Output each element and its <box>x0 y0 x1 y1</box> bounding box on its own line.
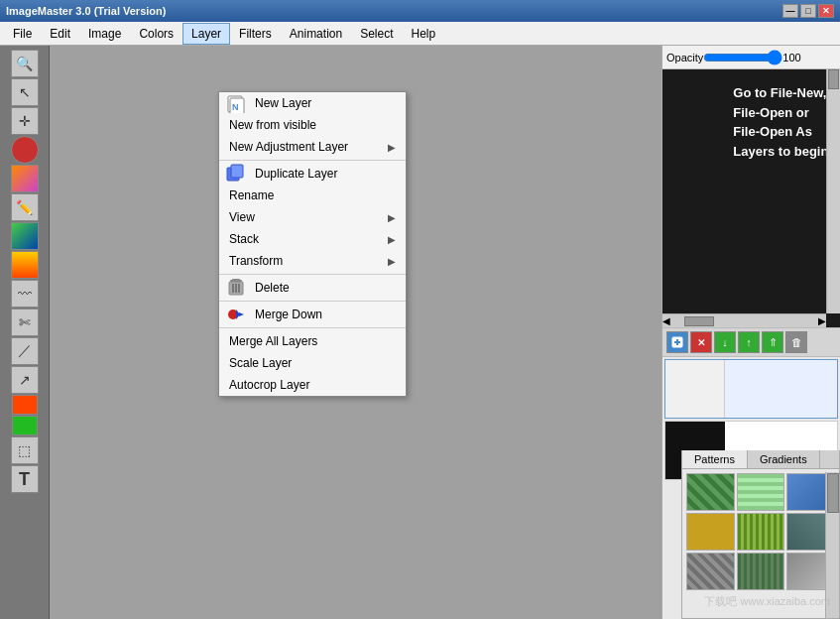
adjustment-layer-arrow: ▶ <box>388 142 396 153</box>
minimize-button[interactable]: — <box>782 4 798 18</box>
merge-up-button[interactable]: ↑ <box>738 331 760 353</box>
image-preview: Go to File-New,File-Open orFile-Open AsL… <box>662 69 840 327</box>
menu-item-transform[interactable]: Transform ▶ <box>219 250 406 272</box>
tool-gradient[interactable] <box>11 222 39 250</box>
preview-horizontal-scrollbar[interactable]: ◀ ▶ <box>662 313 826 327</box>
menu-item-view[interactable]: View ▶ <box>219 206 406 228</box>
autocrop-layer-label: Autocrop Layer <box>229 378 309 392</box>
pattern-4[interactable] <box>686 513 735 551</box>
opacity-bar: Opacity 100 <box>662 46 840 69</box>
menu-item-merge-down[interactable]: Merge Down <box>219 304 406 325</box>
title-bar-controls: — □ ✕ <box>782 4 834 18</box>
svg-text:N: N <box>232 102 239 112</box>
tool-move[interactable]: ✛ <box>11 107 39 135</box>
tool-heal[interactable]: ✄ <box>11 309 39 336</box>
maximize-button[interactable]: □ <box>800 4 816 18</box>
patterns-scrollbar-thumb[interactable] <box>827 473 839 513</box>
tab-gradients[interactable]: Gradients <box>748 450 820 468</box>
trash-button[interactable]: 🗑 <box>785 331 807 353</box>
menu-layer[interactable]: Layer <box>182 23 230 45</box>
right-panel: Opacity 100 Go to File-New,File-Open orF… <box>661 46 840 619</box>
view-label: View <box>229 210 255 224</box>
view-arrow: ▶ <box>388 212 396 223</box>
menu-item-autocrop-layer[interactable]: Autocrop Layer <box>219 374 406 396</box>
pattern-8[interactable] <box>737 553 785 590</box>
duplicate-layer-icon <box>225 163 247 185</box>
menu-file[interactable]: File <box>4 23 41 45</box>
separator-4 <box>219 327 406 328</box>
menu-edit[interactable]: Edit <box>41 23 79 45</box>
tool-text[interactable]: T <box>11 465 39 493</box>
menu-bar: File Edit Image Colors Layer Filters Ani… <box>0 22 840 46</box>
menu-select[interactable]: Select <box>351 23 402 45</box>
transform-label: Transform <box>229 254 283 268</box>
menu-colors[interactable]: Colors <box>130 23 182 45</box>
menu-item-scale-layer[interactable]: Scale Layer <box>219 352 406 374</box>
menu-item-duplicate-layer[interactable]: Duplicate Layer <box>219 163 406 185</box>
menu-item-new-adjustment-layer[interactable]: New Adjustment Layer ▶ <box>219 136 406 158</box>
add-layer-button[interactable] <box>666 331 688 353</box>
menu-item-merge-all-layers[interactable]: Merge All Layers <box>219 330 406 352</box>
main-layout: 🔍 ↖ ✛ ✏️ 〰 ✄ ／ ↗ ⬚ T N <box>0 46 840 619</box>
patterns-tabs: Patterns Gradients <box>682 450 839 469</box>
merge-down-button[interactable]: ↓ <box>714 331 736 353</box>
pattern-1[interactable] <box>686 473 735 511</box>
new-adjustment-layer-label: New Adjustment Layer <box>229 140 348 154</box>
opacity-slider[interactable] <box>703 50 782 65</box>
pattern-7[interactable] <box>686 553 735 590</box>
watermark: 下载吧 www.xiazaiba.com <box>704 594 830 609</box>
delete-label: Delete <box>255 281 290 295</box>
tool-fg-color[interactable] <box>12 395 38 415</box>
hscroll-right-arrow[interactable]: ▶ <box>818 315 826 326</box>
merge-down-label: Merge Down <box>255 308 322 321</box>
separator-2 <box>219 274 406 275</box>
transform-arrow: ▶ <box>388 256 396 267</box>
menu-item-new-from-visible[interactable]: New from visible <box>219 114 406 136</box>
flatten-button[interactable]: ⇑ <box>762 331 783 353</box>
tool-pen[interactable]: ✏️ <box>11 193 39 221</box>
tool-fire[interactable] <box>11 251 39 279</box>
tool-color[interactable] <box>11 165 39 192</box>
menu-item-delete[interactable]: Delete <box>219 277 406 299</box>
tool-select[interactable]: ↖ <box>11 78 39 106</box>
menu-item-rename[interactable]: Rename <box>219 185 406 206</box>
close-button[interactable]: ✕ <box>818 4 834 18</box>
merge-down-icon <box>225 304 247 325</box>
menu-image[interactable]: Image <box>79 23 130 45</box>
svg-rect-6 <box>232 279 240 281</box>
merge-all-layers-label: Merge All Layers <box>229 334 317 348</box>
menu-item-stack[interactable]: Stack ▶ <box>219 228 406 250</box>
watermark-text: 下载吧 www.xiazaiba.com <box>704 595 830 607</box>
patterns-grid <box>682 469 839 593</box>
stack-label: Stack <box>229 232 259 246</box>
layer-item-1[interactable] <box>664 359 838 419</box>
pattern-2[interactable] <box>737 473 785 511</box>
tool-line[interactable]: ／ <box>11 337 39 365</box>
stack-arrow: ▶ <box>388 234 396 245</box>
delete-layer-button[interactable]: ✕ <box>690 331 712 353</box>
preview-scrollbar-thumb[interactable] <box>828 69 839 89</box>
menu-item-new-layer[interactable]: N New Layer <box>219 92 406 114</box>
tool-crop[interactable]: ⬚ <box>11 436 39 464</box>
pattern-5[interactable] <box>737 513 785 551</box>
tab-patterns[interactable]: Patterns <box>682 450 748 468</box>
svg-marker-13 <box>239 312 244 316</box>
tool-lasso[interactable] <box>11 136 39 164</box>
preview-vertical-scrollbar[interactable] <box>826 69 840 313</box>
layer-1-thumbnail <box>665 360 725 418</box>
preview-hint: Go to File-New,File-Open orFile-Open AsL… <box>729 79 836 165</box>
layer-dropdown-menu: N New Layer New from visible New Adjustm… <box>218 91 407 397</box>
tool-zoom[interactable]: 🔍 <box>11 50 39 77</box>
menu-help[interactable]: Help <box>403 23 445 45</box>
layer-toolbar: ✕ ↓ ↑ ⇑ 🗑 <box>662 327 840 357</box>
menu-animation[interactable]: Animation <box>281 23 351 45</box>
tool-bg-color[interactable] <box>12 416 38 435</box>
hscroll-left-arrow[interactable]: ◀ <box>662 315 670 326</box>
separator-1 <box>219 160 406 161</box>
menu-filters[interactable]: Filters <box>230 23 281 45</box>
opacity-value: 100 <box>782 52 800 63</box>
new-layer-icon: N <box>225 92 247 114</box>
tool-arrow[interactable]: ↗ <box>11 366 39 394</box>
preview-hscrollbar-thumb[interactable] <box>684 316 714 326</box>
tool-smudge[interactable]: 〰 <box>11 280 39 308</box>
